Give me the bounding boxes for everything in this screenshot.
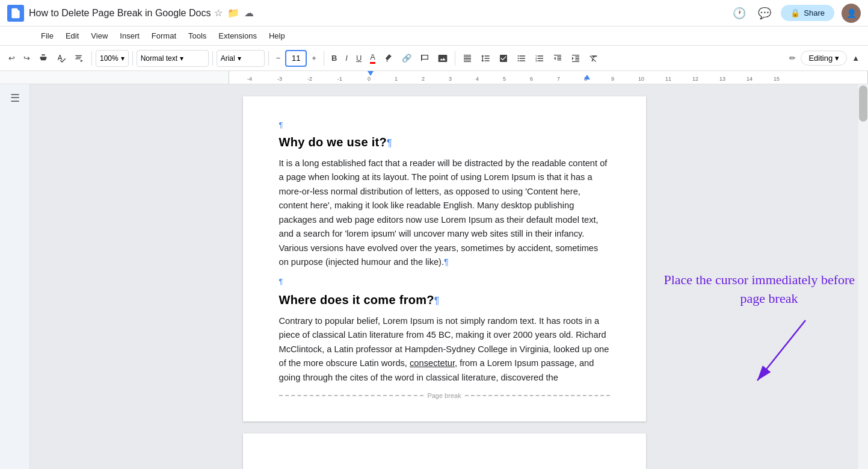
- svg-text:3: 3: [449, 76, 452, 82]
- menu-file[interactable]: File: [36, 29, 58, 43]
- history-icon[interactable]: 🕐: [730, 4, 748, 22]
- svg-text:12: 12: [692, 76, 698, 82]
- doc-icon: [7, 5, 24, 22]
- share-label: Share: [804, 8, 825, 17]
- svg-text:5: 5: [503, 76, 506, 82]
- star-icon[interactable]: ☆: [214, 7, 223, 19]
- annotation-arrow-svg: [709, 314, 830, 393]
- folder-icon[interactable]: 📁: [227, 7, 239, 19]
- svg-text:4: 4: [476, 76, 479, 82]
- font-size-decrease-button[interactable]: −: [272, 49, 285, 68]
- editing-label: Editing: [808, 54, 833, 63]
- page-1: ¶ Why do we use it?¶ It is a long establ…: [243, 96, 646, 421]
- heading-2: Where does it come from?¶: [279, 293, 610, 307]
- cloud-icon[interactable]: ☁: [244, 7, 254, 19]
- main-area: ☰ ¶ Why do we use it?¶ It is a long esta…: [0, 84, 868, 469]
- editing-mode-button[interactable]: Editing ▾: [801, 51, 847, 66]
- line-spacing-button[interactable]: [477, 49, 494, 68]
- page-break-label: Page break: [427, 392, 461, 399]
- menu-format[interactable]: Format: [147, 29, 181, 43]
- title-icons: ☆ 📁 ☁: [214, 7, 254, 19]
- menu-help[interactable]: Help: [264, 29, 290, 43]
- svg-text:0: 0: [368, 76, 371, 82]
- pencil-icon[interactable]: ✏: [786, 49, 799, 68]
- svg-text:9: 9: [611, 76, 614, 82]
- checklist-button[interactable]: [495, 49, 512, 68]
- menu-insert[interactable]: Insert: [115, 29, 144, 43]
- ruler: -4 -3 -2 -1 0 1 2 3 4 5 6 7 8 9 10 11 12…: [0, 71, 868, 84]
- collapse-toolbar-button[interactable]: ▲: [848, 49, 863, 68]
- title-section: How to Delete Page Break in Google Docs …: [29, 7, 725, 19]
- ruler-inner: -4 -3 -2 -1 0 1 2 3 4 5 6 7 8 9 10 11 12…: [229, 71, 868, 84]
- zoom-select[interactable]: 100% ▾: [96, 50, 129, 67]
- svg-text:10: 10: [638, 76, 644, 82]
- align-button[interactable]: [459, 49, 476, 68]
- chat-icon[interactable]: 💬: [756, 4, 774, 22]
- annotation-text: Place the cursor immediately before the …: [658, 271, 859, 308]
- indent-increase-button[interactable]: [567, 49, 584, 68]
- menu-tools[interactable]: Tools: [183, 29, 211, 43]
- link-button[interactable]: 🔗: [398, 49, 415, 68]
- bold-button[interactable]: B: [328, 49, 340, 68]
- paragraph-1: It is a long established fact that a rea…: [279, 157, 610, 270]
- annotation-wrapper: Place the cursor immediately before the …: [658, 271, 859, 393]
- svg-text:-1: -1: [337, 76, 342, 82]
- font-size-increase-button[interactable]: +: [308, 49, 320, 68]
- page-2: [243, 433, 646, 469]
- doc-title[interactable]: How to Delete Page Break in Google Docs: [29, 8, 211, 19]
- svg-marker-20: [368, 71, 374, 76]
- svg-text:11: 11: [665, 76, 671, 82]
- menu-edit[interactable]: Edit: [61, 29, 84, 43]
- lock-icon: 🔒: [790, 8, 800, 17]
- left-panel: ☰: [0, 84, 30, 469]
- toolbar: ↩ ↪ 100% ▾ Normal text ▾ Arial ▾ − 11 + …: [0, 46, 868, 71]
- heading-1: Why do we use it?¶: [279, 135, 610, 149]
- right-scrollbar[interactable]: [858, 84, 868, 469]
- menu-bar: File Edit View Insert Format Tools Exten…: [0, 26, 868, 46]
- indent-decrease-button[interactable]: [549, 49, 566, 68]
- svg-text:-3: -3: [277, 76, 282, 82]
- menu-extensions[interactable]: Extensions: [214, 29, 262, 43]
- pilcrow-middle: ¶: [279, 277, 610, 286]
- font-size-display[interactable]: 11: [285, 50, 307, 67]
- title-bar: How to Delete Page Break in Google Docs …: [0, 0, 868, 26]
- font-select[interactable]: Arial ▾: [217, 50, 265, 67]
- svg-text:7: 7: [557, 76, 560, 82]
- svg-text:15: 15: [774, 76, 780, 82]
- title-bar-right: 🕐 💬 🔒 Share 👤: [730, 4, 861, 23]
- bullet-list-button[interactable]: [513, 49, 530, 68]
- menu-view[interactable]: View: [86, 29, 112, 43]
- text-color-button[interactable]: A: [366, 49, 379, 68]
- svg-text:2: 2: [422, 76, 425, 82]
- image-button[interactable]: [434, 49, 451, 68]
- numbered-list-button[interactable]: [531, 49, 548, 68]
- page-break-line-left: [279, 395, 424, 396]
- svg-text:-2: -2: [307, 76, 312, 82]
- italic-button[interactable]: I: [342, 49, 351, 68]
- doc-area[interactable]: ¶ Why do we use it?¶ It is a long establ…: [30, 84, 858, 469]
- undo-button[interactable]: ↩: [5, 49, 19, 68]
- spellcheck-button[interactable]: [53, 49, 70, 68]
- highlight-button[interactable]: [380, 49, 397, 68]
- clear-format-button[interactable]: [585, 49, 602, 68]
- paragraph-2: Contrary to popular belief, Lorem Ipsum …: [279, 314, 610, 385]
- svg-text:1: 1: [395, 76, 398, 82]
- svg-text:14: 14: [746, 76, 753, 82]
- page-break-line-right: [465, 395, 610, 396]
- print-button[interactable]: [35, 49, 52, 68]
- redo-button[interactable]: ↪: [20, 49, 34, 68]
- comment-button[interactable]: [416, 49, 433, 68]
- share-button[interactable]: 🔒 Share: [781, 5, 834, 21]
- svg-text:-4: -4: [247, 76, 252, 82]
- style-select[interactable]: Normal text ▾: [137, 50, 209, 67]
- svg-text:13: 13: [719, 76, 725, 82]
- page-break-indicator: Page break: [279, 392, 610, 399]
- underline-button[interactable]: U: [352, 49, 365, 68]
- avatar[interactable]: 👤: [842, 4, 861, 23]
- paint-format-button[interactable]: [71, 49, 88, 68]
- svg-text:6: 6: [530, 76, 533, 82]
- outline-icon[interactable]: ☰: [10, 92, 20, 105]
- pilcrow-top: ¶: [279, 120, 610, 129]
